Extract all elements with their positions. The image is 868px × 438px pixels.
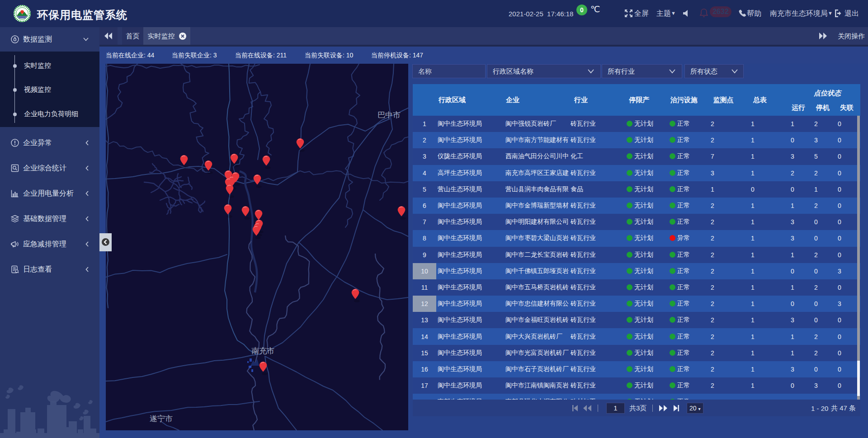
svg-text:遂宁市: 遂宁市	[150, 414, 173, 423]
svg-text:南充市: 南充市	[251, 347, 274, 355]
svg-text:巴中市: 巴中市	[377, 111, 401, 119]
